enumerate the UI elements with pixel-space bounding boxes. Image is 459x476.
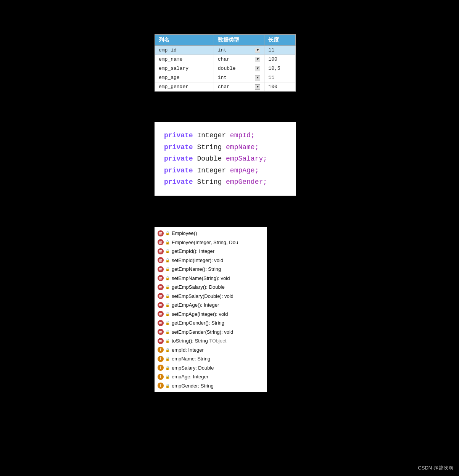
- type-dropdown-arrow[interactable]: ▼: [255, 57, 260, 62]
- method-item[interactable]: m🔓Employee(Integer, String, Dou: [155, 238, 267, 247]
- field-badge: f: [158, 374, 164, 380]
- lock-closed-icon: 🔒: [165, 374, 170, 380]
- lock-open-icon: 🔓: [165, 338, 170, 344]
- cell-col-type[interactable]: int▼: [214, 46, 264, 55]
- col-header-name: 列名: [155, 35, 214, 46]
- methods-section: m🔓Employee()m🔓Employee(Integer, String, …: [155, 227, 267, 392]
- code-line: private Integer empAge;: [164, 165, 286, 177]
- method-text: getEmpSalary(): Double: [172, 283, 225, 291]
- keyword-type: Integer: [193, 167, 230, 174]
- method-text: getEmpName(): String: [172, 265, 221, 273]
- method-badge: m: [158, 248, 164, 254]
- method-text: setEmpAge(Integer): void: [172, 310, 228, 318]
- type-dropdown-arrow[interactable]: ▼: [255, 84, 260, 90]
- field-badge: f: [158, 383, 164, 389]
- cell-col-length: 100: [264, 82, 296, 92]
- cell-col-name: emp_gender: [155, 82, 214, 92]
- lock-open-icon: 🔓: [165, 329, 170, 334]
- method-item[interactable]: m🔓toString(): String TObject: [155, 336, 267, 346]
- lock-open-icon: 🔓: [165, 267, 170, 272]
- var-name: empAge;: [230, 167, 259, 174]
- method-item[interactable]: f🔒empAge: Integer: [155, 372, 267, 381]
- method-item[interactable]: m🔓setEmpName(String): void: [155, 274, 267, 283]
- keyword-private: private: [164, 167, 193, 174]
- lock-closed-icon: 🔒: [165, 356, 170, 362]
- table-row[interactable]: emp_genderchar▼100: [155, 82, 296, 92]
- var-name: empSalary;: [226, 155, 267, 162]
- method-item[interactable]: m🔓setEmpId(Integer): void: [155, 256, 267, 265]
- method-badge: m: [158, 293, 164, 299]
- cell-col-name: emp_name: [155, 55, 214, 64]
- col-header-type: 数据类型: [214, 35, 264, 46]
- watermark: CSDN @曾吹雨: [418, 465, 453, 471]
- table-row[interactable]: emp_ageint▼11: [155, 73, 296, 82]
- lock-open-icon: 🔓: [165, 275, 170, 281]
- code-line: private Integer empId;: [164, 130, 286, 142]
- method-text: setEmpId(Integer): void: [172, 257, 223, 264]
- method-text: empName: String: [172, 355, 210, 363]
- lock-open-icon: 🔓: [165, 240, 170, 245]
- method-badge: m: [158, 284, 164, 290]
- method-text: toString(): String TObject: [172, 337, 226, 345]
- method-text: getEmpId(): Integer: [172, 248, 214, 255]
- lock-closed-icon: 🔒: [165, 347, 170, 352]
- cell-col-length: 100: [264, 55, 296, 64]
- table-row[interactable]: emp_namechar▼100: [155, 55, 296, 64]
- method-text: Employee(): [172, 230, 197, 237]
- lock-open-icon: 🔓: [165, 231, 170, 236]
- method-text: setEmpGender(String): void: [172, 328, 233, 336]
- database-table: 列名 数据类型 长度 emp_idint▼11emp_namechar▼100e…: [155, 34, 296, 92]
- method-badge: m: [158, 239, 164, 245]
- lock-open-icon: 🔓: [165, 311, 170, 317]
- code-section: private Integer empId;private String emp…: [155, 122, 296, 196]
- cell-col-type[interactable]: int▼: [214, 73, 264, 82]
- method-item[interactable]: m🔓setEmpGender(String): void: [155, 328, 267, 337]
- method-item[interactable]: m🔓getEmpId(): Integer: [155, 247, 267, 256]
- method-item[interactable]: m🔓Employee(): [155, 229, 267, 238]
- keyword-private: private: [164, 178, 193, 186]
- cell-col-type[interactable]: char▼: [214, 82, 264, 92]
- method-text: setEmpSalary(Double): void: [172, 293, 234, 300]
- method-item[interactable]: f🔒empSalary: Double: [155, 363, 267, 373]
- keyword-type: String: [193, 143, 226, 151]
- type-dropdown-arrow[interactable]: ▼: [255, 48, 260, 53]
- field-badge: f: [158, 347, 164, 353]
- type-dropdown-arrow[interactable]: ▼: [255, 75, 260, 80]
- cell-col-name: emp_salary: [155, 64, 214, 73]
- table-row[interactable]: emp_idint▼11: [155, 46, 296, 55]
- method-text: empAge: Integer: [172, 373, 208, 381]
- method-item[interactable]: m🔓getEmpName(): String: [155, 265, 267, 274]
- method-item[interactable]: m🔓setEmpSalary(Double): void: [155, 292, 267, 301]
- keyword-type: Integer: [193, 132, 230, 139]
- method-item[interactable]: m🔓setEmpAge(Integer): void: [155, 310, 267, 319]
- method-text: getEmpAge(): Integer: [172, 301, 219, 309]
- method-item[interactable]: f🔒empId: Integer: [155, 346, 267, 355]
- cell-col-type[interactable]: char▼: [214, 55, 264, 64]
- method-badge: m: [158, 338, 164, 344]
- method-text: setEmpName(String): void: [172, 275, 230, 282]
- lock-open-icon: 🔓: [165, 257, 170, 263]
- method-text: empSalary: Double: [172, 364, 214, 372]
- method-item[interactable]: m🔓getEmpSalary(): Double: [155, 283, 267, 292]
- method-badge: m: [158, 230, 164, 236]
- lock-closed-icon: 🔒: [165, 365, 170, 370]
- method-item[interactable]: f🔒empName: String: [155, 354, 267, 363]
- method-item[interactable]: m🔓getEmpGender(): String: [155, 318, 267, 328]
- code-line: private String empName;: [164, 142, 286, 153]
- method-item[interactable]: m🔓getEmpAge(): Integer: [155, 301, 267, 310]
- var-name: empId;: [230, 132, 255, 139]
- type-dropdown-arrow[interactable]: ▼: [255, 66, 260, 71]
- field-badge: f: [158, 356, 164, 362]
- method-text: getEmpGender(): String: [172, 319, 224, 327]
- method-badge: m: [158, 311, 164, 317]
- var-name: empGender;: [226, 178, 267, 186]
- cell-col-name: emp_id: [155, 46, 214, 55]
- lock-open-icon: 🔓: [165, 293, 170, 299]
- cell-col-length: 11: [264, 46, 296, 55]
- table-row[interactable]: emp_salarydouble▼10,5: [155, 64, 296, 73]
- var-name: empName;: [226, 143, 259, 151]
- cell-col-type[interactable]: double▼: [214, 64, 264, 73]
- method-item[interactable]: f🔒empGender: String: [155, 381, 267, 391]
- keyword-private: private: [164, 155, 193, 162]
- method-badge: m: [158, 257, 164, 263]
